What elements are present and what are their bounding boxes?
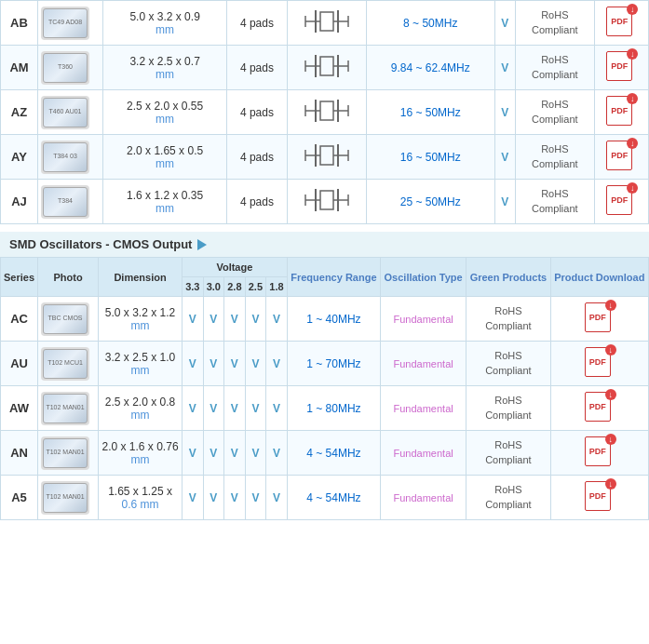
oscillator-symbol [304,49,350,83]
voltage-1.8-cell: V [266,297,288,342]
pdf-cell[interactable]: PDF↓ [550,476,648,520]
symbol-cell [287,46,366,90]
dimension-cell: 2.0 x 1.6 x 0.76mm [99,431,183,476]
pdf-cell[interactable]: PDF↓ [594,46,648,90]
voltage-2.8-cell: V [224,297,246,342]
dimension-cell: 1.6 x 1.2 x 0.35mm [103,180,227,224]
download-arrow-icon: ↓ [627,4,638,15]
rohs-cell: RoHSCompliant [516,1,595,46]
chip-photo: T384 03 [41,141,89,174]
symbol-cell [287,90,366,135]
freq-cell: 8 ~ 50MHz [366,1,494,46]
download-arrow-icon: ↓ [627,138,638,149]
rohs-cell: RoHSCompliant [466,342,550,386]
pdf-cell[interactable]: PDF↓ [550,342,648,386]
pdf-download-button[interactable]: PDF↓ [606,94,636,127]
chip-photo: TBC CMOS [41,302,89,336]
voltage-3.0-cell: V [203,342,224,386]
osc-type-cell: Fundamental [381,386,466,431]
series-cell: A5 [1,476,38,520]
pdf-cell[interactable]: PDF↓ [594,90,648,135]
osc-row: ACTBC CMOS5.0 x 3.2 x 1.2mmVVVVV1 ~ 40MH… [1,297,649,342]
series-cell: AY [1,135,38,180]
pdf-download-button[interactable]: PDF↓ [585,390,615,423]
dimension-cell: 2.0 x 1.65 x 0.5mm [103,135,227,180]
voltage-cell: V [494,180,515,224]
play-icon[interactable] [197,239,207,250]
pdf-download-button[interactable]: PDF↓ [585,479,615,513]
download-arrow-icon: ↓ [605,344,616,356]
pdf-cell[interactable]: PDF↓ [594,180,648,224]
voltage-1.8-cell: V [266,342,288,386]
voltage-3.3-cell: V [183,386,204,431]
pdf-cell[interactable]: PDF↓ [550,431,648,476]
osc-type-cell: Fundamental [381,297,466,342]
voltage-3.0-cell: V [203,297,224,342]
pdf-cell[interactable]: PDF↓ [550,386,648,431]
section-header: SMD Oscillators - CMOS Output [0,232,649,257]
voltage-2.8-cell: V [224,431,246,476]
rohs-cell: RoHSCompliant [466,297,550,342]
voltage-cell: V [494,90,515,135]
voltage-3.0-cell: V [203,431,224,476]
photo-cell: T460 AU01 [38,90,103,135]
photo-cell: T102 MAN01 [38,386,99,431]
oscillator-symbol [304,94,350,127]
pdf-cell[interactable]: PDF↓ [550,297,648,342]
voltage-sub-header: 3.3 [183,277,204,297]
dimension-cell: 1.65 x 1.25 x0.6 mm [99,476,183,520]
download-arrow-icon: ↓ [627,48,638,60]
pads-cell: 4 pads [227,1,287,46]
freq-range-cell: 1 ~ 70MHz [287,342,380,386]
pdf-download-button[interactable]: PDF↓ [606,139,636,172]
chip-photo: T102 MAN01 [41,392,89,425]
chip-photo: T360 [41,51,89,85]
series-cell: AW [1,386,38,431]
freq-cell: 16 ~ 50MHz [366,135,494,180]
freq-range-cell: 1 ~ 40MHz [287,297,380,342]
photo-cell: TC49 AD08 [38,1,103,46]
freq-range-cell: 4 ~ 54MHz [287,476,380,520]
chip-photo: T384 [41,185,89,219]
pads-cell: 4 pads [227,180,287,224]
section-title: SMD Oscillators - CMOS Output [9,237,192,251]
voltage-2.5-cell: V [245,342,266,386]
voltage-sub-header: 2.8 [224,277,246,297]
dimension-cell: 2.5 x 2.0 x 0.8mm [99,386,183,431]
photo-cell: T102 MCU1 [38,342,99,386]
pdf-download-button[interactable]: PDF↓ [585,435,615,468]
chip-photo: T102 MAN01 [41,481,89,515]
oscillator-symbol [304,139,350,172]
pdf-download-button[interactable]: PDF↓ [606,5,636,38]
pdf-download-button[interactable]: PDF↓ [606,49,636,83]
freq-cell: 25 ~ 50MHz [366,180,494,224]
voltage-3.0-cell: V [203,476,224,520]
voltage-2.5-cell: V [245,386,266,431]
header-freq-range: Frequency Range [287,258,380,297]
freq-range-cell: 1 ~ 80MHz [287,386,380,431]
dimension-cell: 5.0 x 3.2 x 0.9mm [103,1,227,46]
pdf-cell[interactable]: PDF↓ [594,1,648,46]
header-product-download: Product Download [550,258,648,297]
pdf-download-button[interactable]: PDF↓ [606,183,636,217]
osc-row: AWT102 MAN012.5 x 2.0 x 0.8mmVVVVV1 ~ 80… [1,386,649,431]
voltage-1.8-cell: V [266,386,288,431]
photo-cell: T384 [38,180,103,224]
pdf-download-button[interactable]: PDF↓ [585,345,615,379]
photo-cell: TBC CMOS [38,297,99,342]
photo-cell: T102 MAN01 [38,431,99,476]
dimension-cell: 2.5 x 2.0 x 0.55mm [103,90,227,135]
voltage-sub-header: 1.8 [266,277,288,297]
svg-rect-28 [320,191,333,209]
series-cell: AN [1,431,38,476]
voltage-2.5-cell: V [245,431,266,476]
crystal-table: ABTC49 AD085.0 x 3.2 x 0.9mm4 pads 8 ~ 5… [0,0,649,224]
series-cell: AJ [1,180,38,224]
pdf-download-button[interactable]: PDF↓ [585,301,615,334]
pdf-cell[interactable]: PDF↓ [594,135,648,180]
crystal-row: AJT3841.6 x 1.2 x 0.35mm4 pads 25 ~ 50MH… [1,180,649,224]
header-green-products: Green Products [466,258,550,297]
symbol-cell [287,135,366,180]
oscillator-symbol [304,5,350,38]
voltage-3.3-cell: V [183,342,204,386]
